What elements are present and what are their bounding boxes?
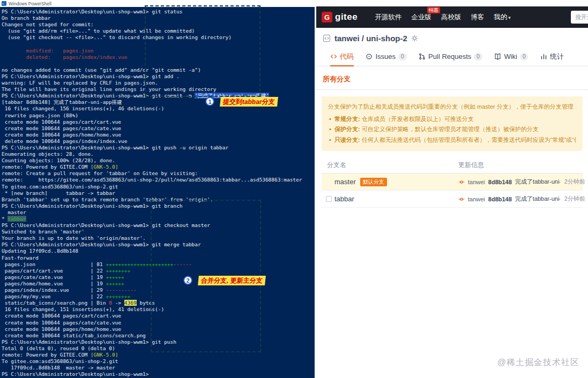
terminal-line: 17f09cd..8d8b148 master -> master (2, 365, 315, 371)
nav-links: 开源软件企业版特惠高校版博客我的▾ (375, 13, 511, 22)
nav-link-label: 博客 (471, 13, 484, 21)
tab-label: Wiki (504, 52, 517, 61)
terminal-line: remote: Powered by GITEE.COM [GNK-5.0] (2, 352, 315, 358)
gitee-logo[interactable]: G gitee (322, 12, 358, 22)
nav-link-label: 高校版 (441, 13, 462, 21)
branch-name-link[interactable]: master (334, 178, 356, 186)
tab-count-badge: 0 (474, 53, 482, 61)
notice-item: 常规分支: 仓库成员（开发者权限及以上）可推送分支 (328, 114, 576, 125)
terminal-line: Counting objects: 100% (28/28), done. (2, 157, 315, 164)
commit-sha[interactable]: 8d8b148 (488, 196, 512, 202)
tab-code[interactable]: 代码 (330, 48, 354, 66)
branch-filter-row: 所有分支 (316, 66, 588, 90)
search-input[interactable] (571, 11, 588, 24)
terminal-line: * [new branch] tabbar -> tabbar (2, 190, 315, 196)
branch-protection-notice: 分支保护为了防止相关成员推送代码到重要的分支（例如 master 分支），便于仓… (322, 96, 583, 151)
repo-header: tanwei / uni-shop-2 (316, 28, 588, 48)
terminal-line: Enumerating objects: 28, done. (2, 151, 315, 157)
nav-link-education[interactable]: 高校版 (441, 13, 462, 22)
promo-badge: 特惠 (427, 7, 440, 13)
terminal-line: remote: Create a pull request for 'tabba… (2, 170, 315, 177)
notice-list: 常规分支: 仓库成员（开发者权限及以上）可推送分支保护分支: 可自定义保护策略，… (328, 114, 576, 146)
terminal-line: create mode 100644 pages/cart/cart.vue (2, 119, 315, 125)
filter-all-branches[interactable]: 所有分支 (323, 75, 351, 83)
gear-icon[interactable] (411, 35, 418, 42)
tab-stats[interactable]: 统计 (540, 48, 564, 66)
tab-label: 统计 (550, 52, 564, 62)
nav-link-label: 企业版 (411, 13, 431, 21)
branch-table-header: 分支名 更新信息 (322, 157, 583, 173)
terminal-line: create mode 100644 pages/cate/cate.vue (2, 125, 315, 132)
watermark: @稀土掘金技术社区 (497, 357, 579, 368)
column-update-info: 更新信息 (458, 161, 484, 170)
tab-label: Pull Requests (428, 52, 471, 61)
branch-update-info: tanwei8d8b148完成了tabbar-uni-app...2分钟前 (458, 178, 585, 186)
repo-title[interactable]: tanwei / uni-shop-2 (334, 34, 407, 43)
repo-tabs: 代码Issues0Pull Requests0Wiki0统计 (316, 48, 588, 66)
repo-icon (323, 34, 331, 42)
terminal-line: remote: Powered by GITEE.COM [GNK-5.0] (2, 164, 315, 170)
gitee-logo-icon: G (322, 12, 332, 22)
branch-rows: master默认分支tanwei8d8b148完成了tabbar-uni-app… (322, 173, 583, 208)
commit-author[interactable]: tanwei (468, 196, 485, 202)
branch-row-tabbar: tabbartanwei8d8b148完成了tabbar-uni-app...2… (322, 191, 583, 208)
gitee-navbar: G gitee 开源软件企业版特惠高校版博客我的▾ (316, 6, 588, 28)
step-1-label: 提交到tabbar分支 (220, 97, 278, 107)
wiki-icon (494, 53, 501, 60)
screenshot-root: >_ Windows PowerShell PS C:\Users\Admini… (0, 0, 588, 378)
branch-update-info: tanwei8d8b148完成了tabbar-uni-app...2分钟前 (458, 195, 585, 203)
step-2-badge: 2 (183, 276, 192, 285)
terminal-line: delete mode 100644 pages/index/index.vue (2, 138, 315, 145)
commit-message[interactable]: 完成了tabbar-uni-app... (515, 178, 560, 186)
branch-name-link[interactable]: tabbar (334, 195, 354, 203)
issues-icon (366, 53, 373, 60)
stats-icon (540, 53, 547, 60)
tab-count-badge: 0 (398, 53, 407, 61)
branches-section: 所有分支 分支保护为了防止相关成员推送代码到重要的分支（例如 master 分支… (316, 66, 588, 208)
commit-time: 2分钟前 (564, 178, 585, 186)
code-icon (330, 53, 337, 60)
branch-row-master: master默认分支tanwei8d8b148完成了tabbar-uni-app… (322, 173, 583, 191)
nav-link-label: 我的 (494, 13, 507, 21)
terminal-line: 16 files changed, 156 insertions(+), 46 … (2, 105, 315, 112)
branch-checkbox[interactable] (326, 196, 332, 202)
pr-icon (419, 53, 426, 60)
nav-link-label: 开源软件 (375, 13, 401, 21)
tab-wiki[interactable]: Wiki0 (494, 48, 528, 66)
tab-issues[interactable]: Issues0 (366, 48, 406, 66)
nav-link-opensource[interactable]: 开源软件 (375, 13, 401, 22)
commit-message[interactable]: 完成了tabbar-uni-app... (515, 195, 560, 203)
nav-link-mine[interactable]: 我的▾ (494, 13, 511, 22)
terminal-line: create mode 100644 pages/home/home.vue (2, 132, 315, 138)
tab-label: Issues (375, 52, 396, 61)
tab-pull-requests[interactable]: Pull Requests0 (419, 48, 482, 66)
tab-count-badge: 0 (520, 53, 529, 61)
step-1-badge: 1 (205, 97, 214, 106)
column-branch-name: 分支名 (327, 161, 346, 170)
terminal-line: PS C:\Users\Administrator\Desktop\uni-sh… (2, 145, 315, 151)
commit-sha[interactable]: 8d8b148 (488, 179, 512, 185)
notice-item: 保护分支: 可自定义保护策略，默认仓库管理员才能管理（推送）被保护的分支 (328, 124, 576, 135)
powershell-window: >_ Windows PowerShell PS C:\Users\Admini… (0, 0, 315, 378)
nav-link-blog[interactable]: 博客 (471, 13, 484, 22)
terminal-line: PS C:\Users\Administrator\Desktop\uni-sh… (2, 371, 315, 377)
terminal-line: To gitee.com:asd5368863/uni-shop-2.git (2, 358, 315, 365)
chevron-down-icon: ▾ (508, 15, 511, 20)
notice-intro-text: 分支保护为了防止相关成员推送代码到重要的分支（例如 master 分支），便于仓… (328, 103, 576, 110)
terminal-line: To gitee.com:asd5368863/uni-shop-2.git (2, 184, 315, 190)
annotation-dashed-box-1 (145, 5, 260, 97)
terminal-line: rewrite pages.json (88%) (2, 112, 315, 119)
default-branch-badge: 默认分支 (360, 178, 387, 186)
notice-item: 只读分支: 任何人都无法推送代码（包括管理员和所有者），需要推送代码时应设为“常… (328, 135, 576, 146)
powershell-icon: >_ (2, 1, 6, 6)
gitee-browser-panel: G gitee 开源软件企业版特惠高校版博客我的▾ tanwei / uni-s… (316, 0, 588, 378)
tab-label: 代码 (340, 52, 354, 62)
commit-time: 2分钟前 (564, 195, 585, 203)
nav-link-enterprise[interactable]: 企业版特惠 (411, 13, 431, 22)
commit-author[interactable]: tanwei (468, 179, 485, 185)
commit-icon (458, 179, 465, 185)
commit-icon (458, 196, 465, 202)
terminal-line: remote: https://gitee.com/asd5368863/uni… (2, 177, 315, 183)
gitee-logo-text: gitee (335, 12, 358, 22)
step-2-label: 合并分支, 更新主分支 (198, 276, 266, 285)
